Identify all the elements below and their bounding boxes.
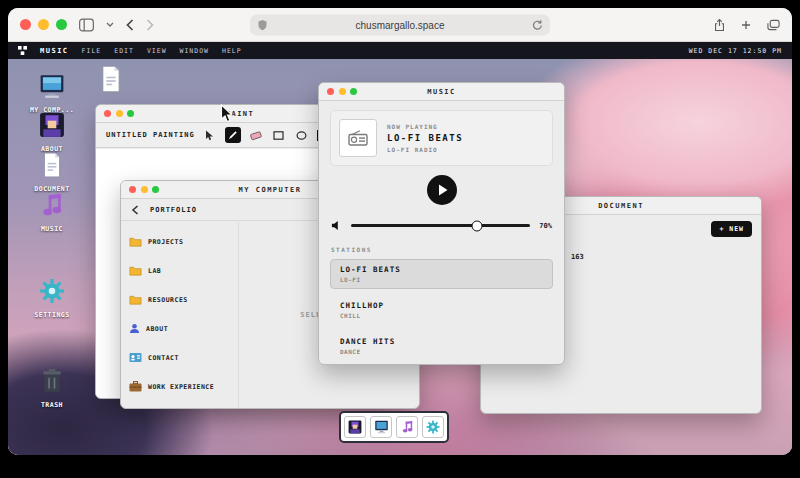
tab-overview-icon[interactable] [767,19,780,31]
folder-icon [129,261,142,280]
track-subtitle: LO-FI RADIO [387,146,463,153]
desktop-icon-my-computer[interactable]: MY COMP... [20,74,84,114]
folder-icon [129,290,142,309]
music-window: MUSIC NOW PLAYING LO-FI BEATS LO-FI RADI… [318,82,565,365]
menu-window[interactable]: WINDOW [180,47,209,55]
person-icon [129,319,140,338]
sidebar-item-about[interactable]: ABOUT [129,319,230,338]
desktop-icon-label: MUSIC [41,225,63,233]
document-title: DOCUMENT [598,202,644,210]
url-text: chusmargallo.space [356,19,445,30]
desktop-icon-document[interactable]: DOCUMENT [20,152,84,193]
folder-icon [129,232,142,251]
minimize-icon[interactable] [141,186,148,193]
window-controls [20,19,67,30]
sidebar-item-projects[interactable]: PROJECTS [129,232,230,251]
ellipse-tool[interactable] [294,127,310,143]
desktop-icon-trash[interactable]: TRASH [20,368,84,409]
minimize-icon[interactable] [339,88,346,95]
my-computer-title: MY COMPUTER [239,186,302,194]
minimize-button[interactable] [38,19,49,30]
document-text-fragment: 163 [571,253,584,261]
document-icon [41,152,63,182]
person-icon [348,420,362,434]
new-tab-icon[interactable] [741,20,751,30]
desktop-icon-label: TRASH [41,401,63,409]
close-button[interactable] [20,19,31,30]
close-icon[interactable] [129,186,136,193]
paint-filename[interactable]: UNTITLED PAINTING [106,131,195,139]
privacy-shield-icon [258,19,267,32]
pencil-tool[interactable] [225,127,241,143]
volume-slider[interactable] [351,224,530,227]
new-document-button[interactable]: + NEW [711,221,752,237]
speaker-icon [331,216,342,235]
music-titlebar[interactable]: MUSIC [319,83,564,101]
dock [339,411,449,443]
address-bar[interactable]: chusmargallo.space [250,14,550,35]
stations-heading: STATIONS [331,246,552,253]
person-icon [39,112,65,142]
browser-actions [714,18,780,32]
radio-icon [339,119,377,157]
music-title: MUSIC [427,88,456,96]
desktop-icon-label: SETTINGS [34,311,69,319]
station-lofi-beats[interactable]: LO-FI BEATS LO-FI [330,259,553,289]
sidebar-item-lab[interactable]: LAB [129,261,230,280]
desktop-icon-music[interactable]: MUSIC [20,192,84,233]
volume-value: 70% [539,222,552,230]
menu-help[interactable]: HELP [222,47,242,55]
computer-icon [374,420,389,434]
browser-window: chusmargallo.space [8,8,792,455]
dock-item-about[interactable] [344,416,366,438]
trash-icon [41,368,63,398]
select-tool[interactable] [202,127,218,143]
dock-item-music[interactable] [396,416,418,438]
menu-view[interactable]: VIEW [147,47,167,55]
chevron-down-icon[interactable] [106,22,114,27]
minimize-icon[interactable] [116,110,123,117]
screen: chusmargallo.space [0,0,800,478]
desktop-icon-about[interactable]: ABOUT [20,112,84,153]
station-dance-hits[interactable]: DANCE HITS DANCE [330,331,553,361]
menubar-clock: WED DEC 17 12:50 PM [689,47,782,55]
file-document-icon[interactable] [99,65,123,97]
gear-icon [39,278,65,308]
now-playing-card: NOW PLAYING LO-FI BEATS LO-FI RADIO [330,110,553,166]
menu-edit[interactable]: EDIT [114,47,134,55]
rectangle-tool[interactable] [271,127,287,143]
page-menubar: MUSIC FILE EDIT VIEW WINDOW HELP WED DEC… [8,42,792,59]
close-icon[interactable] [327,88,334,95]
play-button[interactable] [427,175,457,205]
now-playing-label: NOW PLAYING [387,123,463,130]
maximize-icon[interactable] [152,186,159,193]
music-note-icon [401,420,414,434]
menu-file[interactable]: FILE [82,47,102,55]
sidebar-icon[interactable] [79,18,94,32]
sidebar-item-contact[interactable]: CONTACT [129,348,230,367]
maximize-icon[interactable] [127,110,134,117]
back-arrow-icon[interactable] [131,200,141,219]
sidebar-item-work-experience[interactable]: WORK EXPERIENCE [129,377,230,396]
gear-icon [426,420,440,434]
contact-card-icon [129,348,142,367]
station-chillhop[interactable]: CHILLHOP CHILL [330,295,553,325]
forward-icon[interactable] [146,19,154,31]
eraser-tool[interactable] [248,127,264,143]
site-logo-icon[interactable] [18,46,27,55]
volume-knob[interactable] [471,220,482,231]
maximize-icon[interactable] [350,88,357,95]
dock-item-computer[interactable] [370,416,392,438]
music-note-icon [40,192,64,222]
desktop-icon-settings[interactable]: SETTINGS [20,278,84,319]
reload-icon[interactable] [532,19,543,32]
briefcase-icon [129,377,142,396]
browser-toolbar: chusmargallo.space [8,8,792,42]
sidebar-item-resources[interactable]: RESOURCES [129,290,230,309]
zoom-button[interactable] [56,19,67,30]
back-icon[interactable] [126,19,134,31]
active-app-name: MUSIC [40,47,69,55]
share-icon[interactable] [714,18,725,32]
dock-item-settings[interactable] [422,416,444,438]
close-icon[interactable] [104,110,111,117]
